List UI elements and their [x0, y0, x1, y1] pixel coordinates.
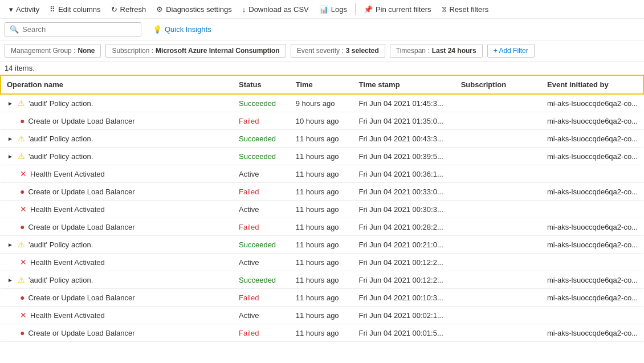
search-input[interactable]: [22, 25, 136, 34]
diagnostics-icon: ⚙: [156, 5, 163, 14]
table-row[interactable]: ✕ Health Event Activated Active 11 hours…: [1, 201, 643, 218]
initiated-cell: mi-aks-lsuoccqde6qa2-co...: [541, 148, 643, 165]
activity-label: Activity: [16, 5, 39, 14]
filter-val-0: None: [78, 47, 95, 55]
operation-cell: ✕ Health Event Activated: [1, 201, 233, 218]
warning-icon: ⚠: [18, 134, 25, 143]
timestamp-cell: Fri Jun 04 2021 00:12:2...: [353, 271, 455, 289]
operation-cell: ✕ Health Event Activated: [1, 165, 233, 183]
activity-table: Operation name Status Time Time stamp Su…: [0, 75, 644, 342]
status-cell: Succeeded: [233, 148, 290, 165]
error-icon: ●: [20, 187, 25, 196]
activity-button[interactable]: ▾ Activity: [5, 3, 44, 16]
operation-name: Health Event Activated: [30, 258, 105, 267]
expand-button[interactable]: ►: [6, 277, 14, 283]
download-button[interactable]: ↓ Download as CSV: [238, 3, 313, 16]
pin-filters-button[interactable]: 📌 Pin current filters: [359, 3, 436, 16]
operation-name: 'audit' Policy action.: [28, 134, 93, 143]
status-cell: Succeeded: [233, 271, 290, 289]
operation-cell: ✕ Health Event Activated: [1, 307, 233, 324]
subscription-cell: [455, 148, 541, 165]
table-row[interactable]: ► ⚠ 'audit' Policy action. Succeeded 11 …: [1, 236, 643, 254]
table-row[interactable]: ● Create or Update Load Balancer Failed …: [1, 112, 643, 130]
filter-key-2: Event severity :: [297, 47, 344, 55]
expand-button[interactable]: ►: [6, 100, 14, 107]
filter-val-1: Microsoft Azure Internal Consumption: [156, 47, 280, 55]
filter-key-3: Timespan :: [396, 47, 430, 55]
quick-insights-label: Quick Insights: [165, 25, 211, 34]
search-row: 🔍 💡 Quick Insights: [0, 19, 644, 40]
time-cell: 11 hours ago: [290, 201, 353, 218]
timestamp-cell: Fri Jun 04 2021 00:43:3...: [353, 130, 455, 148]
edit-columns-button[interactable]: ⠿ Edit columns: [45, 3, 105, 16]
table-row[interactable]: ✕ Health Event Activated Active 11 hours…: [1, 307, 643, 324]
reset-filters-button[interactable]: ⧖ Reset filters: [437, 2, 494, 16]
status-cell: Failed: [233, 289, 290, 307]
col-header-time[interactable]: Time: [290, 75, 353, 94]
time-cell: 11 hours ago: [290, 254, 353, 271]
status-cell: Failed: [233, 218, 290, 236]
col-header-subscription[interactable]: Subscription: [455, 75, 541, 94]
subscription-cell: [455, 201, 541, 218]
edit-columns-icon: ⠿: [50, 5, 55, 14]
health-error-icon: ✕: [20, 258, 27, 267]
table-row[interactable]: ● Create or Update Load Balancer Failed …: [1, 183, 643, 201]
table-row[interactable]: ► ⚠ 'audit' Policy action. Succeeded 11 …: [1, 271, 643, 289]
quick-insights-button[interactable]: 💡 Quick Insights: [148, 23, 216, 36]
subscription-cell: [455, 236, 541, 254]
logs-button[interactable]: 📊 Logs: [315, 3, 352, 16]
table-row[interactable]: ● Create or Update Load Balancer Failed …: [1, 289, 643, 307]
col-header-operation[interactable]: Operation name: [1, 75, 233, 94]
table-row[interactable]: ✕ Health Event Activated Active 11 hours…: [1, 165, 643, 183]
download-label: Download as CSV: [248, 5, 309, 14]
time-cell: 9 hours ago: [290, 94, 353, 112]
operation-cell: ● Create or Update Load Balancer: [1, 324, 233, 342]
filter-event-severity[interactable]: Event severity : 3 selected: [291, 44, 385, 58]
filter-management-group[interactable]: Management Group : None: [5, 44, 101, 58]
initiated-cell: [541, 201, 643, 218]
pin-icon: 📌: [364, 5, 373, 14]
table-row[interactable]: ► ⚠ 'audit' Policy action. Succeeded 11 …: [1, 130, 643, 148]
subscription-cell: [455, 130, 541, 148]
timestamp-cell: Fri Jun 04 2021 00:10:3...: [353, 289, 455, 307]
expand-button[interactable]: ►: [6, 242, 14, 248]
status-cell: Active: [233, 201, 290, 218]
logs-label: Logs: [331, 5, 347, 14]
table-row[interactable]: ► ⚠ 'audit' Policy action. Succeeded 9 h…: [1, 94, 643, 112]
add-filter-label: + Add Filter: [494, 47, 528, 55]
filter-timespan[interactable]: Timespan : Last 24 hours: [390, 44, 483, 58]
error-icon: ●: [20, 328, 25, 337]
col-header-timestamp[interactable]: Time stamp: [353, 75, 455, 94]
col-header-status[interactable]: Status: [233, 75, 290, 94]
table-row[interactable]: ● Create or Update Load Balancer Failed …: [1, 218, 643, 236]
expand-button[interactable]: ►: [6, 136, 14, 142]
initiated-cell: mi-aks-lsuoccqde6qa2-co...: [541, 130, 643, 148]
table-row[interactable]: ● Create or Update Load Balancer Failed …: [1, 324, 643, 342]
add-filter-button[interactable]: + Add Filter: [487, 44, 535, 58]
refresh-button[interactable]: ↻ Refresh: [107, 3, 151, 16]
initiated-cell: [541, 307, 643, 324]
subscription-cell: [455, 112, 541, 130]
item-count: 14 items.: [0, 62, 644, 75]
operation-cell: ● Create or Update Load Balancer: [1, 218, 233, 236]
reset-label: Reset filters: [450, 5, 489, 14]
edit-columns-label: Edit columns: [58, 5, 100, 14]
refresh-label: Refresh: [120, 5, 146, 14]
filter-subscription[interactable]: Subscription : Microsoft Azure Internal …: [105, 44, 286, 58]
operation-name: Create or Update Load Balancer: [28, 223, 134, 231]
table-row[interactable]: ✕ Health Event Activated Active 11 hours…: [1, 254, 643, 271]
pin-label: Pin current filters: [376, 5, 431, 14]
health-error-icon: ✕: [20, 205, 27, 214]
diagnostics-button[interactable]: ⚙ Diagnostics settings: [152, 3, 237, 16]
refresh-icon: ↻: [111, 5, 117, 14]
col-header-initiated[interactable]: Event initiated by: [541, 75, 643, 94]
time-cell: 11 hours ago: [290, 324, 353, 342]
operation-cell: ► ⚠ 'audit' Policy action.: [1, 94, 233, 112]
filter-key-0: Management Group :: [11, 47, 75, 55]
time-cell: 11 hours ago: [290, 271, 353, 289]
table-row[interactable]: ► ⚠ 'audit' Policy action. Succeeded 11 …: [1, 148, 643, 165]
download-icon: ↓: [242, 5, 246, 14]
error-icon: ●: [20, 116, 25, 125]
expand-button[interactable]: ►: [6, 153, 14, 160]
time-cell: 11 hours ago: [290, 148, 353, 165]
